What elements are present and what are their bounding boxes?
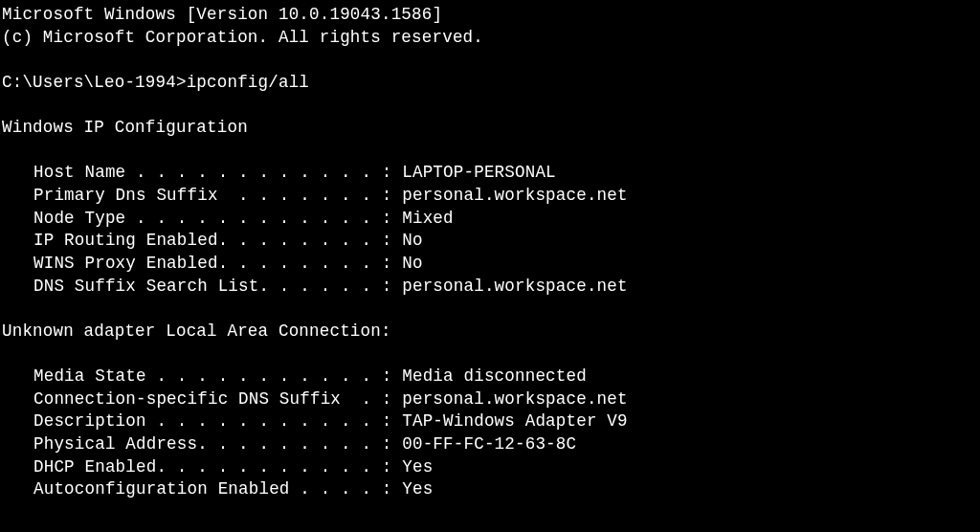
config-label: Connection-specific DNS Suffix . : — [33, 389, 402, 409]
config-label: Autoconfiguration Enabled . . . . : — [33, 479, 402, 499]
prompt-line[interactable]: C:\Users\Leo-1994>ipconfig/all — [2, 72, 978, 95]
blank-line — [2, 298, 978, 321]
config-row: Primary Dns Suffix . . . . . . . : perso… — [2, 185, 978, 208]
config-label: Primary Dns Suffix . . . . . . . : — [33, 186, 402, 205]
config-row: DHCP Enabled. . . . . . . . . . . : Yes — [2, 456, 978, 479]
config-row: Connection-specific DNS Suffix . : perso… — [2, 388, 978, 411]
prompt-command: ipconfig/all — [187, 73, 309, 92]
blank-line — [2, 140, 978, 163]
config-value: Media disconnected — [402, 366, 587, 386]
config-label: IP Routing Enabled. . . . . . . . : — [33, 231, 402, 250]
blank-line — [2, 343, 978, 366]
config-value: No — [402, 231, 422, 250]
config-value: TAP-Windows Adapter V9 — [402, 411, 627, 431]
config-label: DHCP Enabled. . . . . . . . . . . : — [33, 457, 402, 477]
config-label: Physical Address. . . . . . . . . : — [33, 434, 402, 454]
prompt-path: C:\Users\Leo-1994> — [2, 73, 187, 92]
config-label: Host Name . . . . . . . . . . . . : — [33, 163, 402, 182]
config-row: Autoconfiguration Enabled . . . . : Yes — [2, 478, 978, 501]
config-row: Physical Address. . . . . . . . . : 00-F… — [2, 433, 978, 456]
section-title-ipconfig: Windows IP Configuration — [2, 117, 978, 140]
config-label: DNS Suffix Search List. . . . . . : — [33, 277, 402, 296]
config-label: WINS Proxy Enabled. . . . . . . . : — [33, 254, 402, 273]
config-value: Yes — [402, 479, 433, 499]
config-row: Node Type . . . . . . . . . . . . : Mixe… — [2, 208, 978, 231]
config-row: WINS Proxy Enabled. . . . . . . . : No — [2, 253, 978, 276]
version-line: Microsoft Windows [Version 10.0.19043.15… — [2, 4, 978, 27]
blank-line — [2, 95, 978, 118]
config-row: Media State . . . . . . . . . . . : Medi… — [2, 366, 978, 388]
section-title-adapter: Unknown adapter Local Area Connection: — [2, 321, 978, 344]
config-value: personal.workspace.net — [402, 186, 627, 205]
config-row: IP Routing Enabled. . . . . . . . : No — [2, 230, 978, 253]
copyright-line: (c) Microsoft Corporation. All rights re… — [2, 27, 978, 50]
config-value: personal.workspace.net — [402, 389, 627, 409]
config-row: DNS Suffix Search List. . . . . . : pers… — [2, 276, 978, 299]
config-row: Description . . . . . . . . . . . : TAP-… — [2, 410, 978, 433]
config-value: LAPTOP-PERSONAL — [402, 163, 556, 182]
config-value: personal.workspace.net — [402, 277, 627, 296]
config-label: Node Type . . . . . . . . . . . . : — [33, 209, 402, 228]
config-row: Host Name . . . . . . . . . . . . : LAPT… — [2, 162, 978, 185]
config-value: Mixed — [402, 209, 454, 228]
config-value: Yes — [402, 457, 433, 477]
config-label: Media State . . . . . . . . . . . : — [33, 366, 402, 386]
config-label: Description . . . . . . . . . . . : — [33, 411, 402, 431]
config-value: 00-FF-FC-12-63-8C — [402, 434, 576, 454]
blank-line — [2, 49, 978, 72]
config-value: No — [402, 254, 422, 273]
